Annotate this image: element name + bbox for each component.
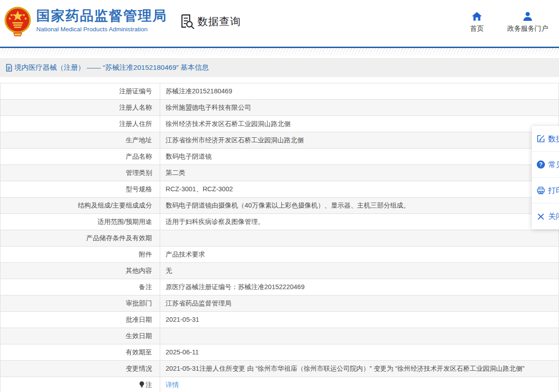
row-value [160, 328, 559, 344]
row-label: 变更情况 [0, 361, 160, 377]
table-row-note: 注 详情 [0, 377, 559, 392]
table-row: 适用范围/预期用途适用于妇科疾病诊察及图像管理。 [0, 214, 559, 230]
question-icon: ? [537, 160, 545, 169]
printer-icon [537, 186, 545, 194]
nav-item-home[interactable]: 首页 [470, 11, 484, 33]
nav-item-label: 首页 [470, 24, 484, 33]
row-label: 批准日期 [0, 312, 160, 328]
nav-item-label: 政务服务门户 [507, 24, 548, 33]
row-value: 江苏省药品监督管理局 [160, 295, 559, 311]
row-label: 注册人住所 [0, 116, 160, 132]
national-emblem-logo [4, 5, 32, 38]
panel-item-print[interactable]: 打印 [532, 178, 559, 203]
row-label: 备注 [0, 279, 160, 295]
row-value: 产品技术要求 [160, 247, 559, 262]
row-label: 有效期至 [0, 344, 160, 360]
row-value: 2021-05-31 [160, 312, 559, 328]
table-row: 批准日期2021-05-31 [0, 312, 559, 328]
table-row: 生效日期 [0, 328, 559, 344]
row-value: 数码电子阴道镜由摄像机（40万像素以上彩色摄像机）、显示器、主机三部分组成。 [160, 198, 559, 213]
nav-item-portal[interactable]: 政务服务门户 [507, 11, 548, 33]
row-label: 产品名称 [0, 149, 160, 165]
row-value: 原医疗器械注册证编号：苏械注准20152220469 [160, 279, 559, 295]
row-value: 数码电子阴道镜 [160, 149, 559, 165]
row-label: 结构及组成/主要组成成分 [0, 198, 160, 213]
row-value: 徐州施盟德电子科技有限公司 [160, 100, 559, 116]
row-value: 2025-06-11 [160, 344, 559, 360]
row-value: 第二类 [160, 165, 559, 181]
row-value: 适用于妇科疾病诊察及图像管理。 [160, 214, 559, 230]
bulb-icon [139, 381, 145, 388]
panel-item-label: 常见 [548, 160, 559, 170]
table-row: 产品储存条件及有效期 [0, 230, 559, 247]
table-row: 管理类别第二类 [0, 165, 559, 181]
table-row: 生产地址江苏省徐州市经济开发区石桥工业园洞山路北侧 [0, 132, 559, 149]
table-row: 备注原医疗器械注册证编号：苏械注准20152220469 [0, 279, 559, 295]
brand-block: 国家药品监督管理局 National Medical Products Admi… [36, 7, 167, 33]
document-search-icon [180, 14, 194, 29]
row-value: 徐州经济技术开发区石桥工业园洞山路北侧 [160, 116, 559, 132]
document-icon [6, 64, 12, 72]
row-label: 附件 [0, 247, 160, 262]
site-header: 国家药品监督管理局 National Medical Products Admi… [0, 0, 559, 47]
registration-info-table: 注册证编号苏械注准20152180469 注册人名称徐州施盟德电子科技有限公司 … [0, 83, 559, 392]
row-label: 产品储存条件及有效期 [0, 230, 160, 246]
data-query-title: 数据查询 [180, 14, 241, 29]
row-label: 注 [0, 377, 160, 392]
row-value: 江苏省徐州市经济开发区石桥工业园洞山路北侧 [160, 132, 559, 148]
table-row: 附件产品技术要求 [0, 247, 559, 263]
row-value: 详情 [160, 377, 559, 392]
row-value: RCZ-3001、RCZ-3002 [160, 181, 559, 197]
row-label: 注册证编号 [0, 83, 160, 99]
panel-item-data[interactable]: 数据 [532, 126, 559, 152]
user-icon [522, 11, 533, 22]
table-row: 结构及组成/主要组成成分数码电子阴道镜由摄像机（40万像素以上彩色摄像机）、显示… [0, 198, 559, 214]
org-name-en: National Medical Products Administration [36, 26, 167, 33]
row-label: 适用范围/预期用途 [0, 214, 160, 230]
table-row: 产品名称数码电子阴道镜 [0, 149, 559, 165]
org-name-cn: 国家药品监督管理局 [36, 7, 167, 24]
row-value: 无 [160, 263, 559, 279]
panel-item-label: 数据 [548, 134, 559, 144]
top-navigation: 首页 政务服务门户 [470, 11, 559, 33]
row-label: 型号规格 [0, 181, 160, 197]
details-link[interactable]: 详情 [166, 381, 179, 388]
stripe-band [0, 48, 559, 58]
home-icon [471, 11, 482, 22]
table-row: 注册证编号苏械注准20152180469 [0, 83, 559, 100]
table-row: 注册人住所徐州经济技术开发区石桥工业园洞山路北侧 [0, 116, 559, 132]
spacer [0, 77, 559, 83]
row-label: 管理类别 [0, 165, 160, 181]
panel-item-label: 打印 [548, 185, 559, 196]
row-value: 苏械注准20152180469 [160, 83, 559, 99]
row-label: 审批部门 [0, 295, 160, 311]
table-row: 注册人名称徐州施盟德电子科技有限公司 [0, 100, 559, 116]
panel-item-close[interactable]: 关闭 [532, 203, 559, 229]
row-value: 2021-05-31注册人住所变更 由 “徐州市华祖庙（徐州市联运公司院内）” … [160, 361, 559, 377]
row-label: 生效日期 [0, 328, 160, 344]
section-title: 数据查询 [197, 15, 241, 29]
table-row: 有效期至2025-06-11 [0, 344, 559, 361]
table-row: 审批部门江苏省药品监督管理局 [0, 295, 559, 312]
edit-icon [537, 135, 545, 143]
close-icon [537, 213, 545, 221]
table-row: 变更情况2021-05-31注册人住所变更 由 “徐州市华祖庙（徐州市联运公司院… [0, 361, 559, 377]
row-label: 其他内容 [0, 263, 160, 279]
panel-item-label: 关闭 [548, 211, 559, 222]
row-label: 注册人名称 [0, 100, 160, 116]
row-value [160, 230, 559, 246]
page-title: 境内医疗器械（注册） —— “苏械注准20152180469” 基本信息 [15, 63, 209, 73]
table-row: 其他内容无 [0, 263, 559, 279]
breadcrumb: 境内医疗器械（注册） —— “苏械注准20152180469” 基本信息 [0, 58, 559, 77]
panel-item-faq[interactable]: ? 常见 [532, 152, 559, 178]
row-label: 生产地址 [0, 132, 160, 148]
floating-tool-panel: 数据 ? 常见 打印 关闭 [532, 126, 559, 229]
table-row: 型号规格RCZ-3001、RCZ-3002 [0, 181, 559, 198]
